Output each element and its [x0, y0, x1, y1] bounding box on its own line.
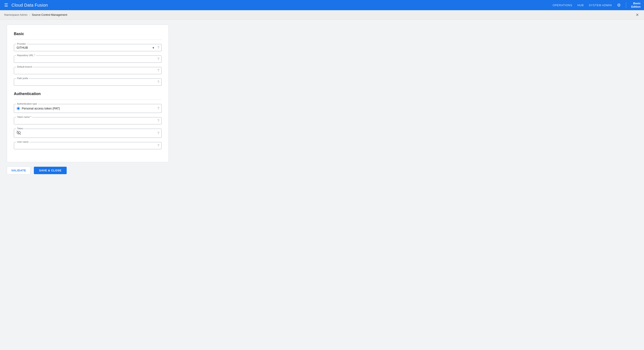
button-row: VALIDATE SAVE & CLOSE [7, 162, 313, 176]
repository-url-wrapper: Repository URL ? [14, 55, 162, 63]
settings-icon[interactable]: ⚙ [617, 2, 621, 8]
repository-url-help-icon[interactable]: ? [158, 57, 159, 61]
repository-url-field-group: Repository URL ? [14, 55, 162, 63]
provider-wrapper: Provider GITHUB GITLAB BITBUCKET ▾ ? [14, 44, 162, 51]
path-prefix-input[interactable] [16, 80, 153, 84]
provider-help-icon[interactable]: ? [158, 46, 159, 49]
main-content: Basic Provider GITHUB GITLAB BITBUCKET ▾… [0, 19, 320, 181]
edition-label: BasicEdition [631, 2, 640, 8]
token-input[interactable] [22, 132, 153, 135]
default-branch-label: Default branch [16, 65, 33, 68]
repository-url-input[interactable] [16, 57, 153, 61]
nav-system-admin[interactable]: SYSTEM ADMIN [589, 3, 612, 7]
token-help-icon[interactable]: ? [158, 131, 159, 135]
user-name-label: User name [16, 140, 30, 144]
pat-radio-label[interactable]: Personal access token (PAT) [22, 107, 60, 110]
default-branch-field-group: Default branch ? [14, 67, 162, 74]
token-input-row [16, 131, 153, 136]
authentication-section: Authentication Authentication type Perso… [14, 92, 162, 149]
nav-operations[interactable]: OPERATIONS [553, 3, 572, 7]
token-label: Token [16, 127, 24, 130]
path-prefix-help-icon[interactable]: ? [158, 80, 159, 84]
path-prefix-label: Path prefix [16, 77, 29, 80]
auth-section-title: Authentication [14, 92, 162, 96]
token-name-help-icon[interactable]: ? [158, 119, 159, 123]
app-title: Cloud Data Fusion [12, 3, 550, 8]
top-navigation: ☰ Cloud Data Fusion OPERATIONS HUB SYSTE… [0, 0, 644, 10]
basic-section-title: Basic [14, 32, 162, 36]
default-branch-help-icon[interactable]: ? [158, 69, 159, 72]
default-branch-input[interactable] [16, 69, 153, 72]
token-name-input[interactable] [16, 119, 153, 123]
path-prefix-wrapper: Path prefix ? [14, 78, 162, 86]
nav-right-section: OPERATIONS HUB SYSTEM ADMIN ⚙ BasicEditi… [553, 2, 640, 8]
provider-field-group: Provider GITHUB GITLAB BITBUCKET ▾ ? [14, 44, 162, 51]
menu-icon[interactable]: ☰ [4, 2, 9, 8]
breadcrumb-parent[interactable]: Namespace Admin [4, 13, 28, 16]
auth-type-help-icon[interactable]: ? [158, 107, 159, 110]
token-name-wrapper: Token name ? [14, 117, 162, 124]
auth-type-wrapper: Authentication type Personal access toke… [14, 104, 162, 113]
default-branch-wrapper: Default branch ? [14, 67, 162, 74]
repository-url-label: Repository URL [16, 54, 36, 57]
token-field-group: Token ? [14, 129, 162, 138]
eye-hidden-icon[interactable] [16, 131, 21, 136]
user-name-help-icon[interactable]: ? [158, 144, 159, 148]
validate-button[interactable]: VALIDATE [7, 167, 30, 174]
auth-type-radio-group: Personal access token (PAT) [16, 107, 153, 110]
token-name-label: Token name [16, 116, 32, 119]
user-name-field-group: User name ? [14, 142, 162, 149]
close-icon[interactable]: ✕ [635, 12, 640, 18]
token-wrapper: Token ? [14, 129, 162, 138]
basic-section: Basic Provider GITHUB GITLAB BITBUCKET ▾… [14, 32, 162, 86]
save-close-button[interactable]: SAVE & CLOSE [34, 167, 66, 174]
user-name-wrapper: User name ? [14, 142, 162, 149]
provider-select[interactable]: GITHUB GITLAB BITBUCKET [16, 46, 153, 49]
auth-type-label: Authentication type [16, 102, 38, 105]
provider-label: Provider [16, 42, 26, 45]
breadcrumb-bar: Namespace Admin › Source Control Managem… [0, 10, 644, 19]
nav-hub[interactable]: HUB [577, 3, 584, 7]
basic-section-divider [14, 39, 162, 40]
auth-type-field-group: Authentication type Personal access toke… [14, 104, 162, 113]
form-card: Basic Provider GITHUB GITLAB BITBUCKET ▾… [7, 25, 169, 162]
pat-radio[interactable] [16, 107, 20, 110]
breadcrumb-current: Source Control Management [32, 13, 67, 16]
breadcrumb-separator: › [29, 13, 30, 16]
user-name-input[interactable] [16, 144, 153, 147]
token-name-field-group: Token name ? [14, 117, 162, 124]
path-prefix-field-group: Path prefix ? [14, 78, 162, 86]
